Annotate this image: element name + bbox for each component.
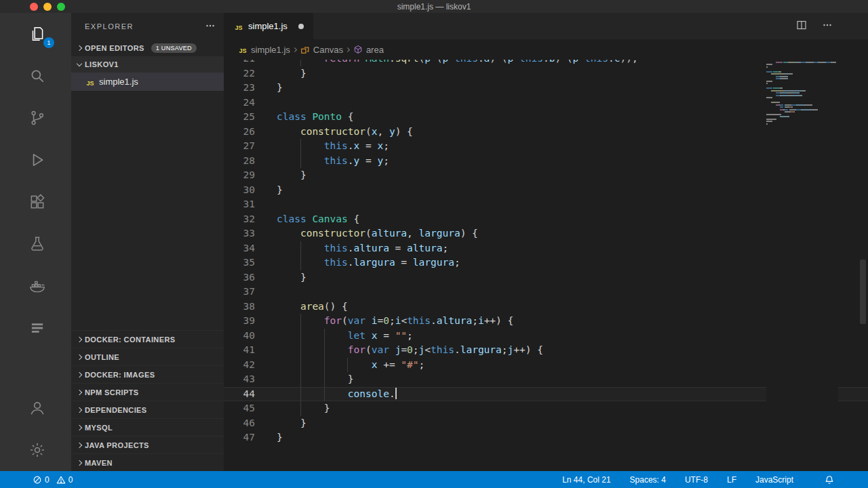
indent-guide — [324, 343, 325, 358]
editor-scrollbar[interactable] — [860, 260, 866, 324]
editor-more-actions-icon[interactable] — [822, 20, 833, 33]
code-editor[interactable]: 21 return Math.sqrt(p*(p-this.a)*(p-this… — [224, 60, 868, 471]
indent-guide — [300, 241, 301, 256]
open-editors-label: OPEN EDITORS — [85, 44, 144, 52]
activity-run-button[interactable] — [27, 139, 47, 181]
tab-simple1-js[interactable]: JS simple1.js — [224, 13, 313, 39]
open-editors-header[interactable]: OPEN EDITORS 1 UNSAVED — [71, 40, 224, 56]
indent-guide — [300, 358, 301, 373]
activity-output-button[interactable] — [27, 307, 47, 349]
activity-files-button[interactable]: 1 — [27, 13, 47, 55]
workspace-folder-header[interactable]: LISKOV1 — [71, 56, 224, 73]
line-number: 42 — [224, 358, 255, 373]
breadcrumb-separator-icon — [290, 44, 300, 55]
explorer-sidebar: EXPLORER OPEN EDITORS 1 UNSAVED LISKOV1 … — [71, 13, 224, 471]
notifications-bell-icon[interactable] — [825, 475, 834, 485]
sidebar-section-mysql[interactable]: MYSQL — [71, 418, 224, 436]
file-label: simple1.js — [99, 77, 138, 87]
status-item-ln-44-col-21[interactable]: Ln 44, Col 21 — [562, 475, 610, 485]
breadcrumb-separator-icon — [343, 44, 353, 55]
indent-guide — [300, 154, 301, 169]
status-bar: 0 0 Ln 44, Col 21Spaces: 4UTF-8LFJavaScr… — [0, 471, 868, 488]
section-label: JAVA PROJECTS — [85, 441, 149, 449]
chevron-right-icon — [74, 387, 85, 398]
status-item-utf-8[interactable]: UTF-8 — [685, 475, 708, 485]
minimize-button[interactable] — [43, 3, 52, 11]
line-number: 24 — [224, 96, 255, 110]
chevron-right-icon — [74, 422, 85, 433]
gear-icon — [28, 441, 46, 459]
breadcrumb: JSsimple1.jsCanvasarea — [224, 39, 868, 60]
chevron-right-icon — [74, 43, 85, 54]
section-label: MAVEN — [85, 459, 113, 467]
chevron-right-icon — [74, 405, 85, 415]
sidebar-section-docker-containers[interactable]: DOCKER: CONTAINERS — [71, 330, 224, 348]
line-content: class Ponto { — [255, 110, 354, 125]
activity-search-button[interactable] — [27, 55, 47, 97]
line-content: x += "#"; — [255, 358, 425, 373]
line-content: } — [255, 270, 307, 285]
explorer-more-actions-icon[interactable] — [205, 20, 216, 33]
line-content: } — [255, 66, 307, 81]
line-number: 27 — [224, 139, 255, 154]
activity-source-control-button[interactable] — [27, 97, 47, 139]
activity-extensions-button[interactable] — [27, 181, 47, 223]
zoom-button[interactable] — [57, 3, 65, 11]
line-content: class Canvas { — [255, 212, 359, 227]
sidebar-section-dependencies[interactable]: DEPENDENCIES — [71, 401, 224, 418]
indent-guide — [324, 329, 325, 344]
line-content — [255, 96, 277, 110]
chevron-right-icon — [74, 458, 85, 468]
activity-account-button[interactable] — [27, 387, 47, 429]
split-editor-icon[interactable] — [796, 20, 807, 33]
line-number: 37 — [224, 285, 255, 300]
line-number: 33 — [224, 226, 255, 241]
file-item-simple1-js[interactable]: JS simple1.js — [71, 73, 224, 91]
indent-guide — [300, 60, 301, 66]
status-item-javascript[interactable]: JavaScript — [755, 475, 793, 485]
section-label: OUTLINE — [85, 353, 119, 361]
line-number: 28 — [224, 154, 255, 169]
line-content: area() { — [255, 300, 348, 314]
sidebar-section-outline[interactable]: OUTLINE — [71, 348, 224, 365]
sidebar-section-maven[interactable]: MAVEN — [71, 453, 224, 471]
line-number: 30 — [224, 183, 255, 198]
problems-warnings[interactable]: 0 — [56, 475, 73, 485]
activity-docker-button[interactable] — [27, 265, 47, 307]
line-content: let x = ""; — [255, 329, 413, 344]
line-number: 44 — [224, 387, 255, 402]
line-content: } — [255, 401, 330, 416]
indent-guide — [300, 314, 301, 329]
breadcrumb-area[interactable]: area — [353, 44, 384, 55]
breadcrumb-Canvas[interactable]: Canvas — [300, 44, 343, 55]
activity-test-beaker-button[interactable] — [27, 223, 47, 265]
line-content: return Math.sqrt(p*(p-this.a)*(p-this.b)… — [255, 60, 638, 66]
workspace-folder-label: LISKOV1 — [85, 60, 119, 68]
section-label: DEPENDENCIES — [85, 406, 147, 414]
problems-errors[interactable]: 0 — [33, 475, 50, 485]
line-number: 23 — [224, 81, 255, 96]
chevron-down-icon — [74, 59, 85, 70]
line-content: } — [255, 430, 283, 445]
activity-badge: 1 — [43, 37, 54, 48]
line-content: } — [255, 81, 283, 96]
unsaved-dot-icon[interactable] — [298, 24, 304, 29]
sidebar-section-java-projects[interactable]: JAVA PROJECTS — [71, 436, 224, 453]
line-number: 46 — [224, 416, 255, 431]
line-number: 36 — [224, 270, 255, 285]
class-icon — [300, 44, 311, 55]
status-item-spaces-4[interactable]: Spaces: 4 — [630, 475, 666, 485]
line-number: 43 — [224, 372, 255, 387]
minimap[interactable] — [766, 60, 838, 471]
status-item-lf[interactable]: LF — [727, 475, 736, 485]
breadcrumb-simple1-js[interactable]: JSsimple1.js — [237, 44, 290, 55]
indent-guide — [300, 372, 301, 387]
activity-gear-button[interactable] — [27, 429, 47, 471]
source-control-icon — [28, 109, 46, 127]
line-number: 22 — [224, 66, 255, 81]
sidebar-section-docker-images[interactable]: DOCKER: IMAGES — [71, 365, 224, 383]
sidebar-section-npm-scripts[interactable]: NPM SCRIPTS — [71, 383, 224, 401]
indent-guide — [347, 358, 348, 373]
editor-group: JS simple1.js JSsimple1.jsCanvasarea 21 … — [224, 13, 868, 471]
close-button[interactable] — [30, 3, 38, 11]
